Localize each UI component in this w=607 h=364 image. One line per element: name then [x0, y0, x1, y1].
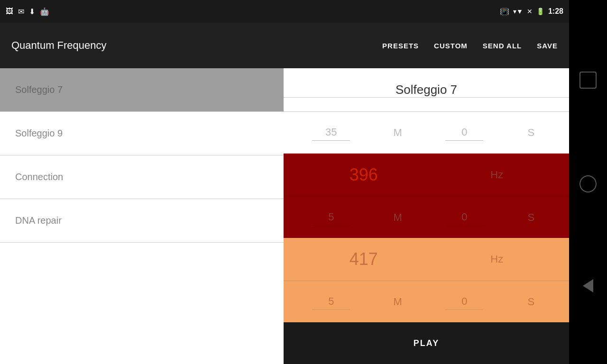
- track3-block: 417 Hz 5 M 0 S: [284, 238, 569, 322]
- right-panel: 35 M 0 S 396 Hz 5 M 0 S: [284, 68, 569, 364]
- track1-controls: 35 M 0 S: [284, 112, 569, 154]
- freq-title-input[interactable]: [284, 82, 569, 98]
- track2-block: 396 Hz 5 M 0 S: [284, 154, 569, 238]
- track2-freq-display: 396 Hz: [284, 154, 569, 196]
- track2-controls: 5 M 0 S: [284, 196, 569, 238]
- track2-frequency[interactable]: 396: [349, 165, 378, 185]
- list-item-connection[interactable]: Connection: [0, 155, 284, 199]
- play-bar: PLAY: [284, 322, 569, 364]
- list-item-solfeggio9[interactable]: Solfeggio 9: [0, 112, 284, 155]
- track3-frequency[interactable]: 417: [349, 249, 378, 269]
- square-button[interactable]: [579, 72, 597, 89]
- android-icon: 🤖: [40, 7, 49, 16]
- nav-custom[interactable]: CUSTOM: [434, 40, 468, 52]
- track3-unit: Hz: [490, 253, 503, 265]
- play-button[interactable]: PLAY: [414, 338, 439, 348]
- hardware-buttons: [569, 0, 607, 364]
- track2-m-label: M: [388, 211, 407, 224]
- image-icon: 🖼: [6, 7, 13, 16]
- clock: 1:28: [548, 7, 563, 16]
- track3-value[interactable]: 5: [312, 293, 350, 310]
- nav-send-all[interactable]: SEND ALL: [483, 40, 522, 52]
- track2-unit: Hz: [490, 169, 503, 181]
- track3-controls: 5 M 0 S: [284, 281, 569, 322]
- status-icons-left: 🖼 ✉ ⬇ 🤖: [6, 7, 49, 16]
- left-panel: Solfeggio 7 Solfeggio 9 Connection DNA r…: [0, 68, 284, 364]
- track2-s-label: S: [522, 211, 541, 224]
- battery-icon: 🔋: [536, 8, 544, 15]
- vibrate-icon: 📳: [500, 7, 509, 16]
- download-icon: ⬇: [29, 7, 35, 16]
- main-content: Solfeggio 7 Solfeggio 9 Connection DNA r…: [0, 68, 569, 364]
- track1-value[interactable]: 35: [312, 124, 350, 141]
- track2-offset[interactable]: 0: [445, 209, 483, 226]
- mail-icon: ✉: [18, 7, 24, 16]
- top-nav: PRESETS CUSTOM SEND ALL SAVE: [382, 40, 558, 52]
- track1-m-label: M: [388, 127, 407, 139]
- circle-button[interactable]: [579, 175, 597, 192]
- wifi-icon: ▾▼: [513, 8, 523, 15]
- status-bar: 🖼 ✉ ⬇ 🤖 📳 ▾▼ ✕ 🔋 1:28: [0, 0, 569, 23]
- back-button[interactable]: [583, 279, 593, 292]
- app-title: Quantum Frequency: [11, 39, 382, 52]
- app-bar: Quantum Frequency PRESETS CUSTOM SEND AL…: [0, 23, 569, 68]
- track3-freq-display: 417 Hz: [284, 238, 569, 281]
- track2-value[interactable]: 5: [312, 209, 350, 226]
- list-item-solfeggio7[interactable]: Solfeggio 7: [0, 68, 284, 112]
- track1-s-label: S: [522, 127, 541, 139]
- list-item-dna-repair[interactable]: DNA repair: [0, 199, 284, 243]
- nav-save[interactable]: SAVE: [537, 40, 558, 52]
- track3-s-label: S: [522, 296, 541, 308]
- track3-m-label: M: [388, 296, 407, 308]
- signal-icon: ✕: [527, 8, 533, 15]
- track3-offset[interactable]: 0: [445, 293, 483, 310]
- freq-title-row: [284, 68, 569, 112]
- track1-offset[interactable]: 0: [445, 124, 483, 141]
- nav-presets[interactable]: PRESETS: [382, 40, 419, 52]
- status-icons-right: 📳 ▾▼ ✕ 🔋 1:28: [500, 7, 563, 16]
